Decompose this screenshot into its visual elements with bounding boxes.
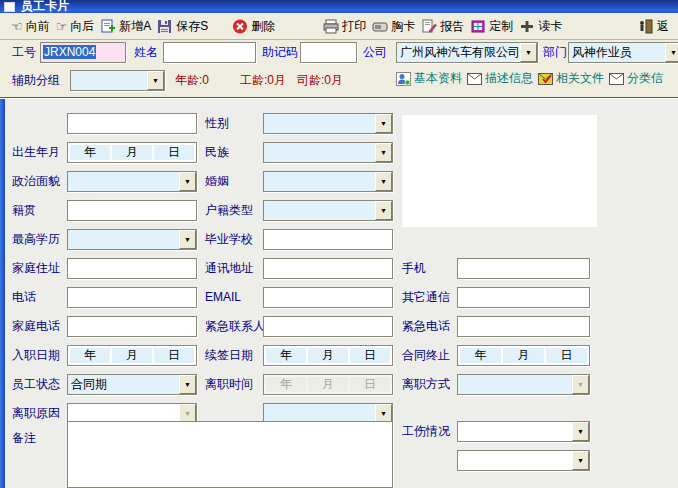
tab-related-files[interactable]: 相关文件 [538,70,604,87]
education-dropdown-arrow[interactable]: ▼ [179,230,196,249]
add-label: 新增A [119,18,151,35]
work-age-stat: 工龄:0月 [240,70,286,91]
month-segment: 月 [308,377,348,392]
status-dropdown-arrow[interactable]: ▼ [179,375,196,394]
day-segment: 日 [350,377,390,392]
marriage-label: 婚姻 [205,171,229,192]
renew-date-label: 续签日期 [205,345,253,366]
marriage-dropdown-arrow[interactable]: ▼ [375,172,392,191]
aux-group-dropdown-arrow[interactable]: ▼ [147,71,164,90]
emg-contact-field[interactable] [263,316,393,337]
tab-description-info[interactable]: 描述信息 [467,70,533,87]
custom-button[interactable]: 定制 [467,16,516,37]
injury-dropdown-2[interactable]: ▼ [457,450,590,471]
add-button[interactable]: 新增A [97,16,154,37]
remarks-label: 备注 [12,428,36,449]
emg-phone-field[interactable] [457,316,590,337]
tab-basic-label: 基本资料 [414,70,462,87]
month-segment: 月 [308,348,348,363]
card-reader-icon [519,19,535,34]
hand-left-icon: ☜ [11,20,23,33]
envelope-icon [609,73,624,85]
household-dropdown[interactable]: ▼ [263,200,393,221]
emg-phone-label: 紧急电话 [402,316,450,337]
save-button[interactable]: 保存S [154,16,211,37]
dept-dropdown-arrow[interactable]: ▼ [665,43,678,62]
toolbar: ☜ 向前 ☞ 向后 新增A 保存S [0,13,678,40]
birth-date-field[interactable]: 年 月 日 [67,142,197,163]
email-field[interactable] [263,287,393,308]
tab-bar: 基本资料 描述信息 相关文件 分类信 [396,70,663,87]
status-value: 合同期 [68,375,179,394]
dept-label: 部门 [543,42,567,63]
status-dropdown[interactable]: 合同期 ▼ [67,374,197,395]
phone-field[interactable] [67,287,197,308]
injury-value-2 [458,451,572,470]
hire-date-field[interactable]: 年 月 日 [67,345,197,366]
company-dropdown-arrow[interactable]: ▼ [520,43,537,62]
school-field[interactable] [263,229,393,250]
return-label: 返 [657,18,669,35]
home-addr-label: 家庭住址 [12,258,60,279]
home-addr-field[interactable] [67,258,197,279]
other-comm-field[interactable] [457,287,590,308]
company-dropdown[interactable]: 广州风神汽车有限公司 ▼ [396,42,538,63]
emp-no-field[interactable]: JRXN004 [40,42,126,63]
education-dropdown[interactable]: ▼ [67,229,197,250]
window-title: 员工卡片 [21,0,69,13]
injury-dropdown-1-arrow[interactable]: ▼ [572,422,589,441]
injury-value-1 [458,422,572,441]
aux-group-dropdown[interactable]: ▼ [70,70,165,91]
mobile-field[interactable] [457,258,590,279]
readcard-button[interactable]: 读卡 [516,16,565,37]
leave-time-date-field: 年 月 日 [263,374,393,395]
other-comm-label: 其它通信 [402,287,450,308]
mobile-label: 手机 [402,258,426,279]
year-segment: 年 [460,348,501,363]
delete-button[interactable]: 删除 [229,16,278,37]
injury-dropdown-1[interactable]: ▼ [457,421,590,442]
household-dropdown-arrow[interactable]: ▼ [375,201,392,220]
marriage-dropdown[interactable]: ▼ [263,171,393,192]
month-segment: 月 [112,145,152,160]
customize-icon [470,19,486,34]
return-button[interactable]: 返 [635,16,672,37]
header-panel: 工号 JRXN004 姓名 助记码 公司 广州风神汽车有限公司 ▼ 部门 风神作… [0,40,678,97]
save-label: 保存S [176,18,208,35]
gender-dropdown[interactable]: ▼ [263,113,393,134]
readcard-label: 读卡 [538,18,562,35]
political-dropdown-arrow[interactable]: ▼ [179,172,196,191]
injury-dropdown-2-arrow[interactable]: ▼ [572,451,589,470]
native-field[interactable] [67,200,197,221]
ethnic-label: 民族 [205,142,229,163]
gender-dropdown-arrow[interactable]: ▼ [375,114,392,133]
home-phone-field[interactable] [67,316,197,337]
injury-label: 工伤情况 [402,421,450,442]
dept-dropdown[interactable]: 风神作业员 ▼ [568,42,678,63]
print-button[interactable]: 打印 [320,16,369,37]
emp-no-label: 工号 [12,42,36,63]
extra-name-field[interactable] [67,113,197,134]
tab-basic-info[interactable]: 基本资料 [396,70,462,87]
political-value [68,172,179,191]
tab-category-info[interactable]: 分类信 [609,70,663,87]
name-field[interactable] [163,42,256,63]
contract-end-date-field[interactable]: 年 月 日 [457,345,590,366]
ethnic-dropdown-arrow[interactable]: ▼ [375,143,392,162]
political-dropdown[interactable]: ▼ [67,171,197,192]
delete-icon [232,19,248,34]
renew-date-field[interactable]: 年 月 日 [263,345,393,366]
tab-category-label: 分类信 [627,70,663,87]
backward-button[interactable]: ☞ 向后 [53,16,98,37]
remarks-textarea[interactable] [67,421,393,488]
employee-card-window: 员工卡片 ☜ 向前 ☞ 向后 新增A [0,0,678,488]
forward-button[interactable]: ☜ 向前 [8,16,53,37]
mnemonic-field[interactable] [300,42,357,63]
new-record-icon [100,19,116,34]
save-icon [157,19,173,34]
mail-addr-field[interactable] [263,258,393,279]
aux-group-label: 辅助分组 [12,70,60,91]
report-button[interactable]: 报告 [418,16,467,37]
badge-button[interactable]: 胸卡 [369,16,418,37]
ethnic-dropdown[interactable]: ▼ [263,142,393,163]
